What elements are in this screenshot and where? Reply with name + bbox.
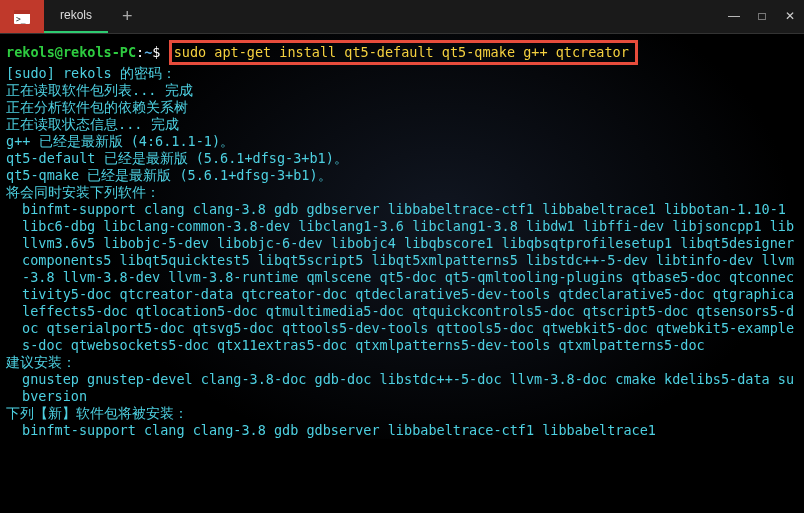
app-icon-tab[interactable]: >_ (0, 0, 44, 33)
title-bar: >_ rekols + — □ ✕ (0, 0, 804, 34)
output-line: 下列【新】软件包将被安装： (6, 405, 798, 422)
output-line: 正在读取软件包列表... 完成 (6, 82, 798, 99)
output-line: qt5-qmake 已经是最新版 (5.6.1+dfsg-3+b1)。 (6, 167, 798, 184)
svg-rect-1 (14, 10, 30, 14)
plus-icon: + (122, 8, 133, 25)
prompt-line: rekols@rekols-PC:~$ sudo apt-get install… (6, 40, 798, 65)
prompt-colon: : (136, 44, 144, 60)
prompt-dollar: $ (152, 44, 160, 60)
new-tab-button[interactable]: + (108, 0, 147, 33)
prompt-host: rekols-PC (63, 44, 136, 60)
package-list: binfmt-support clang clang-3.8 gdb gdbse… (6, 201, 798, 354)
output-line: 正在分析软件包的依赖关系树 (6, 99, 798, 116)
command-text: sudo apt-get install qt5-default qt5-qma… (174, 44, 629, 60)
output-line: 将会同时安装下列软件： (6, 184, 798, 201)
svg-text:>_: >_ (16, 15, 26, 24)
output-line: g++ 已经是最新版 (4:6.1.1-1)。 (6, 133, 798, 150)
output-line: 正在读取状态信息... 完成 (6, 116, 798, 133)
terminal-output[interactable]: rekols@rekols-PC:~$ sudo apt-get install… (0, 34, 804, 439)
output-line: qt5-default 已经是最新版 (5.6.1+dfsg-3+b1)。 (6, 150, 798, 167)
close-button[interactable]: ✕ (776, 0, 804, 34)
tab-rekols[interactable]: rekols (44, 0, 108, 33)
highlighted-command-box: sudo apt-get install qt5-default qt5-qma… (169, 40, 638, 65)
prompt-at: @ (55, 44, 63, 60)
maximize-icon: □ (758, 8, 765, 25)
output-line: 建议安装： (6, 354, 798, 371)
package-list: binfmt-support clang clang-3.8 gdb gdbse… (6, 422, 798, 439)
terminal-icon: >_ (14, 10, 30, 24)
window-controls: — □ ✕ (720, 0, 804, 33)
minimize-button[interactable]: — (720, 0, 748, 34)
close-icon: ✕ (785, 8, 795, 25)
prompt-user: rekols (6, 44, 55, 60)
maximize-button[interactable]: □ (748, 0, 776, 34)
minimize-icon: — (728, 8, 740, 25)
tab-label: rekols (60, 7, 92, 24)
package-list: gnustep gnustep-devel clang-3.8-doc gdb-… (6, 371, 798, 405)
output-line: [sudo] rekols 的密码： (6, 65, 798, 82)
